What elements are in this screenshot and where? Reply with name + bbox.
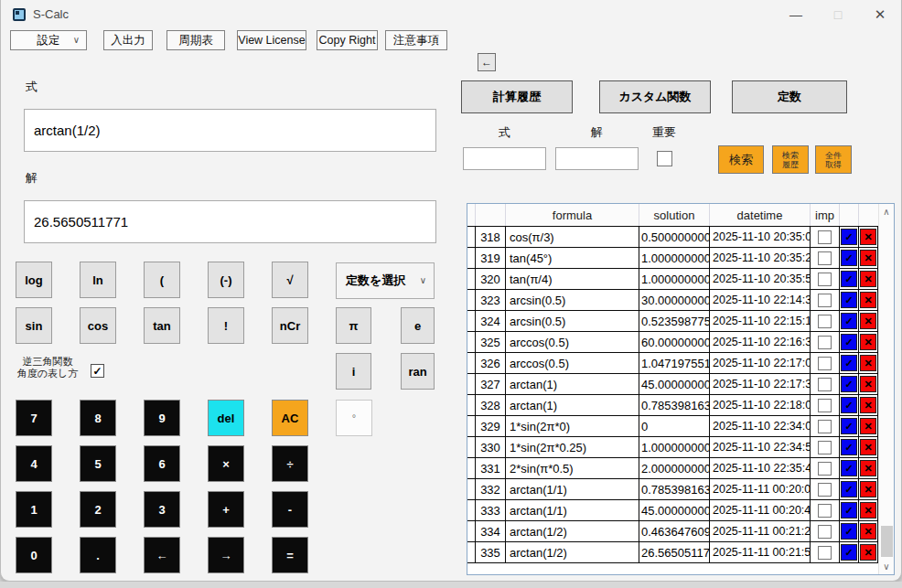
row-mark-button[interactable]: ✓: [841, 355, 857, 371]
key-8[interactable]: 8: [80, 400, 116, 436]
row-important-checkbox[interactable]: [818, 399, 832, 412]
key-9[interactable]: 9: [144, 400, 180, 436]
table-row[interactable]: 320 tan(π/4) 1.0000000000 2025-11-10 20:…: [467, 269, 878, 290]
row-delete-button[interactable]: ✕: [860, 355, 876, 371]
row-mark-button[interactable]: ✓: [841, 481, 857, 497]
sqrt-key[interactable]: √: [272, 262, 308, 298]
row-mark-button[interactable]: ✓: [841, 397, 857, 413]
row-mark-button[interactable]: ✓: [841, 418, 857, 434]
custom-functions-button[interactable]: カスタム関数: [599, 80, 711, 113]
key-3[interactable]: 3: [144, 491, 180, 528]
header-imp[interactable]: imp: [811, 204, 840, 226]
row-delete-button[interactable]: ✕: [860, 334, 876, 350]
row-important-checkbox[interactable]: [818, 504, 832, 518]
key-right-arrow[interactable]: →: [208, 537, 244, 573]
row-delete-button[interactable]: ✕: [860, 418, 876, 434]
row-important-checkbox[interactable]: [818, 230, 832, 244]
tan-key[interactable]: tan: [144, 307, 180, 344]
row-important-checkbox[interactable]: [818, 336, 832, 349]
search-solution-input[interactable]: [555, 147, 639, 170]
scroll-up-button[interactable]: ∧: [879, 204, 894, 219]
key-4[interactable]: 4: [16, 445, 52, 482]
key-left-arrow[interactable]: ←: [144, 537, 180, 573]
row-mark-button[interactable]: ✓: [841, 523, 857, 540]
sin-key[interactable]: sin: [16, 307, 52, 344]
table-row[interactable]: 331 2*sin(π*0.5) 2.0000000000 2025-11-10…: [467, 458, 878, 479]
table-row[interactable]: 332 arctan(1/1) 0.7853981634 2025-11-11 …: [467, 479, 878, 500]
row-delete-button[interactable]: ✕: [860, 313, 876, 329]
key-7[interactable]: 7: [16, 400, 52, 436]
pi-key[interactable]: π: [336, 307, 371, 344]
row-mark-button[interactable]: ✓: [841, 271, 857, 287]
key-equals[interactable]: =: [272, 537, 308, 573]
table-row[interactable]: 325 arccos(0.5) 60.0000000000 2025-11-10…: [467, 332, 878, 353]
notes-button[interactable]: 注意事項: [385, 30, 447, 50]
table-row[interactable]: 323 arcsin(0.5) 30.0000000000 2025-11-10…: [467, 290, 878, 311]
row-delete-button[interactable]: ✕: [860, 250, 876, 266]
key-subtract[interactable]: -: [272, 491, 308, 528]
scroll-down-button[interactable]: ∨: [879, 559, 894, 574]
inverse-trig-checkbox[interactable]: ✓: [91, 364, 104, 378]
header-id[interactable]: [476, 204, 506, 226]
key-6[interactable]: 6: [144, 445, 180, 482]
key-divide[interactable]: ÷: [272, 445, 308, 482]
degree-key[interactable]: °: [336, 400, 372, 436]
row-important-checkbox[interactable]: [818, 273, 832, 286]
table-row[interactable]: 324 arcsin(0.5) 0.5235987756 2025-11-10 …: [467, 311, 878, 332]
row-delete-button[interactable]: ✕: [860, 481, 876, 497]
key-ac[interactable]: AC: [272, 400, 308, 436]
header-formula[interactable]: formula: [506, 204, 639, 226]
constants-button[interactable]: 定数: [732, 80, 847, 113]
search-history-button[interactable]: 検索 履歴: [772, 145, 809, 174]
table-row[interactable]: 334 arctan(1/2) 0.4636476090 2025-11-11 …: [467, 521, 878, 542]
row-mark-button[interactable]: ✓: [841, 376, 857, 392]
settings-select[interactable]: 設定 ∨: [10, 30, 87, 50]
row-mark-button[interactable]: ✓: [841, 292, 857, 308]
row-mark-button[interactable]: ✓: [841, 460, 857, 476]
table-row[interactable]: 327 arctan(1) 45.0000000000 2025-11-10 2…: [467, 374, 878, 395]
important-checkbox[interactable]: [657, 151, 672, 166]
row-delete-button[interactable]: ✕: [860, 502, 876, 519]
key-5[interactable]: 5: [80, 445, 116, 482]
search-formula-input[interactable]: [463, 147, 546, 170]
row-important-checkbox[interactable]: [818, 441, 832, 454]
header-datetime[interactable]: datetime: [710, 204, 811, 226]
table-scrollbar[interactable]: ∧ ∨: [878, 204, 894, 574]
key-multiply[interactable]: ×: [208, 445, 244, 482]
ln-key[interactable]: ln: [80, 262, 116, 298]
row-delete-button[interactable]: ✕: [860, 229, 876, 245]
row-delete-button[interactable]: ✕: [860, 376, 876, 392]
factorial-key[interactable]: !: [208, 307, 244, 344]
table-row[interactable]: 318 cos(π/3) 0.5000000000 2025-11-10 20:…: [467, 227, 878, 248]
ran-key[interactable]: ran: [401, 353, 435, 390]
table-row[interactable]: 326 arccos(0.5) 1.0471975512 2025-11-10 …: [467, 353, 878, 374]
row-delete-button[interactable]: ✕: [860, 397, 876, 413]
scrollbar-thumb[interactable]: [881, 526, 893, 557]
copyright-button[interactable]: Copy Right: [317, 30, 378, 50]
row-important-checkbox[interactable]: [818, 251, 832, 265]
key-add[interactable]: +: [208, 491, 244, 528]
maximize-button[interactable]: □: [817, 0, 859, 28]
row-important-checkbox[interactable]: [818, 378, 832, 391]
ncr-key[interactable]: nCr: [272, 307, 308, 344]
cos-key[interactable]: cos: [80, 307, 116, 344]
periodic-table-button[interactable]: 周期表: [166, 30, 225, 50]
collapse-panel-button[interactable]: ←: [478, 53, 496, 71]
row-delete-button[interactable]: ✕: [860, 271, 876, 287]
open-paren-key[interactable]: (: [144, 262, 180, 298]
row-important-checkbox[interactable]: [818, 357, 832, 370]
calc-history-button[interactable]: 計算履歴: [461, 80, 573, 113]
formula-input[interactable]: [24, 109, 436, 152]
fetch-all-button[interactable]: 全件 取得: [815, 145, 852, 174]
row-mark-button[interactable]: ✓: [841, 313, 857, 329]
key-1[interactable]: 1: [16, 491, 52, 528]
row-delete-button[interactable]: ✕: [860, 523, 876, 540]
table-row[interactable]: 319 tan(45°) 1.0000000000 2025-11-10 20:…: [467, 248, 878, 269]
row-mark-button[interactable]: ✓: [841, 544, 857, 561]
row-important-checkbox[interactable]: [818, 525, 832, 539]
row-mark-button[interactable]: ✓: [841, 334, 857, 350]
io-button[interactable]: 入出力: [103, 30, 153, 50]
row-important-checkbox[interactable]: [818, 294, 832, 307]
row-delete-button[interactable]: ✕: [860, 439, 876, 455]
key-0[interactable]: 0: [16, 537, 52, 573]
